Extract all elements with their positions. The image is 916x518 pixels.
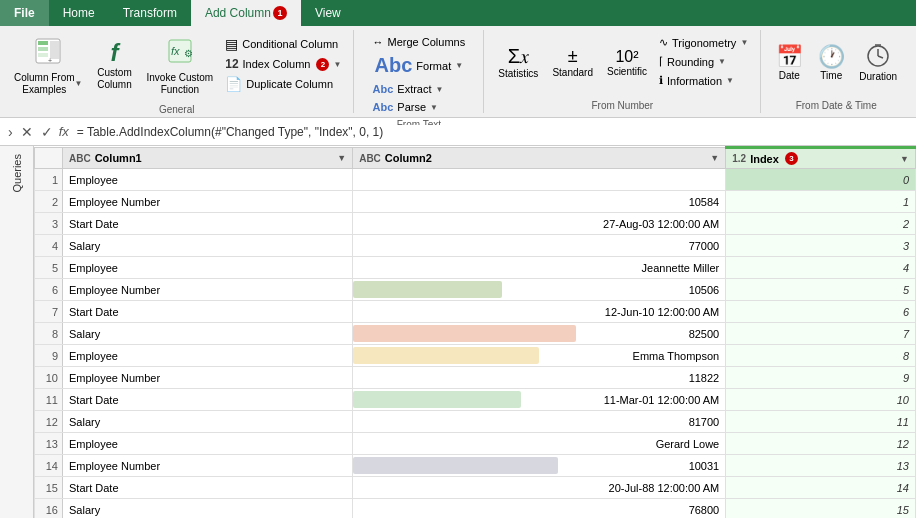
col2-cell: Gerard Lowe bbox=[353, 433, 726, 455]
format-icon: Abc bbox=[375, 54, 413, 77]
index-cell: 13 bbox=[726, 455, 916, 477]
col1-cell: Salary bbox=[63, 499, 353, 519]
table-row: 7Start Date12-Jun-10 12:00:00 AM6 bbox=[35, 301, 916, 323]
tab-transform[interactable]: Transform bbox=[109, 0, 191, 26]
index-col-header[interactable]: 1.2 Index 3 ▼ bbox=[726, 148, 916, 169]
col1-cell: Employee Number bbox=[63, 191, 353, 213]
tab-home[interactable]: Home bbox=[49, 0, 109, 26]
index-column-button[interactable]: 12 Index Column 2 ▼ bbox=[221, 55, 345, 73]
table-row: 15Start Date20-Jul-88 12:00:00 AM14 bbox=[35, 477, 916, 499]
index-cell: 7 bbox=[726, 323, 916, 345]
invoke-icon: fx ⚙ bbox=[166, 37, 194, 70]
main-area: Queries ABC Column1 ▼ ABC bbox=[0, 146, 916, 518]
invoke-custom-function-button[interactable]: fx ⚙ Invoke CustomFunction bbox=[141, 32, 220, 100]
ribbon-group-general: + Column From Examples ▼ f Custom Column bbox=[0, 30, 354, 113]
index-cell: 5 bbox=[726, 279, 916, 301]
conditional-column-button[interactable]: ▤ Conditional Column bbox=[221, 34, 345, 54]
custom-column-button[interactable]: f Custom Column bbox=[91, 32, 139, 100]
tab-file[interactable]: File bbox=[0, 0, 49, 26]
time-label: Time bbox=[820, 70, 842, 81]
col2-cell: Emma Thompson bbox=[353, 345, 726, 367]
row-number-cell: 14 bbox=[35, 455, 63, 477]
col1-cell: Employee bbox=[63, 169, 353, 191]
index-cell: 11 bbox=[726, 411, 916, 433]
rounding-label: Rounding bbox=[667, 56, 714, 68]
format-arrow: ▼ bbox=[455, 61, 463, 70]
col2-type-icon: ABC bbox=[359, 153, 381, 164]
row-number-cell: 10 bbox=[35, 367, 63, 389]
column-examples-icon: + bbox=[34, 37, 62, 70]
extract-arrow: ▼ bbox=[436, 85, 444, 94]
trig-icon: ∿ bbox=[659, 36, 668, 49]
data-grid[interactable]: ABC Column1 ▼ ABC Column2 ▼ bbox=[34, 146, 916, 518]
ribbon-tabs: File Home Transform Add Column 1 View bbox=[0, 0, 916, 26]
index-cell: 9 bbox=[726, 367, 916, 389]
info-icon: ℹ bbox=[659, 74, 663, 87]
index-cell: 2 bbox=[726, 213, 916, 235]
trig-label: Trigonometry bbox=[672, 37, 736, 49]
duration-button[interactable]: Duration bbox=[853, 32, 903, 92]
rounding-button[interactable]: ⌈ Rounding ▼ bbox=[655, 53, 752, 70]
ribbon-group-from-number: Σ𝑥 Statistics ± Standard 10² Scientific … bbox=[484, 30, 761, 113]
from-text-buttons: ↔ Merge Columns Abc Format ▼ Abc Extract… bbox=[369, 32, 470, 115]
col1-cell: Employee Number bbox=[63, 455, 353, 477]
column-from-examples-label: Column From Examples ▼ bbox=[14, 72, 83, 96]
from-date-group-label: From Date & Time bbox=[796, 96, 877, 111]
row-number-cell: 7 bbox=[35, 301, 63, 323]
row-number-cell: 6 bbox=[35, 279, 63, 301]
col1-dropdown[interactable]: ▼ bbox=[337, 153, 346, 163]
duplicate-column-button[interactable]: 📄 Duplicate Column bbox=[221, 74, 345, 94]
standard-label: Standard bbox=[552, 67, 593, 78]
col1-cell: Employee bbox=[63, 257, 353, 279]
index-cell: 1 bbox=[726, 191, 916, 213]
duplicate-column-icon: 📄 bbox=[225, 76, 242, 92]
trigonometry-button[interactable]: ∿ Trigonometry ▼ bbox=[655, 34, 752, 51]
trig-arrow: ▼ bbox=[740, 38, 748, 47]
merge-columns-button[interactable]: ↔ Merge Columns bbox=[369, 34, 470, 50]
formula-input[interactable] bbox=[77, 125, 910, 139]
standard-button[interactable]: ± Standard bbox=[546, 32, 599, 92]
scientific-button[interactable]: 10² Scientific bbox=[601, 32, 653, 92]
data-table: ABC Column1 ▼ ABC Column2 ▼ bbox=[34, 146, 916, 518]
rounding-arrow: ▼ bbox=[718, 57, 726, 66]
date-icon: 📅 bbox=[776, 44, 803, 70]
parse-button[interactable]: Abc Parse ▼ bbox=[369, 99, 470, 115]
table-row: 9EmployeeEmma Thompson8 bbox=[35, 345, 916, 367]
add-column-badge: 1 bbox=[273, 6, 287, 20]
extract-button[interactable]: Abc Extract ▼ bbox=[369, 81, 470, 97]
format-button[interactable]: Abc Format ▼ bbox=[369, 52, 470, 79]
tab-view[interactable]: View bbox=[301, 0, 355, 26]
time-button[interactable]: 🕐 Time bbox=[811, 32, 851, 92]
merge-icon: ↔ bbox=[373, 36, 384, 48]
column-from-examples-button[interactable]: + Column From Examples ▼ bbox=[8, 32, 89, 100]
formula-confirm-btn[interactable]: ✓ bbox=[39, 124, 55, 140]
from-date-buttons: 📅 Date 🕐 Time Duration bbox=[769, 32, 903, 96]
col2-cell: 20-Jul-88 12:00:00 AM bbox=[353, 477, 726, 499]
row-number-cell: 16 bbox=[35, 499, 63, 519]
from-number-buttons: Σ𝑥 Statistics ± Standard 10² Scientific … bbox=[492, 32, 752, 96]
standard-icon: ± bbox=[568, 46, 578, 67]
col1-cell: Salary bbox=[63, 235, 353, 257]
col1-header[interactable]: ABC Column1 ▼ bbox=[63, 148, 353, 169]
custom-column-icon: f bbox=[111, 41, 119, 65]
col2-header[interactable]: ABC Column2 ▼ bbox=[353, 148, 726, 169]
col2-cell bbox=[353, 169, 726, 191]
row-number-cell: 12 bbox=[35, 411, 63, 433]
index-dropdown[interactable]: ▼ bbox=[900, 154, 909, 164]
index-header-label: Index bbox=[750, 153, 779, 165]
statistics-button[interactable]: Σ𝑥 Statistics bbox=[492, 32, 544, 92]
index-column-arrow: ▼ bbox=[333, 60, 341, 69]
merge-columns-label: Merge Columns bbox=[388, 36, 466, 48]
formula-expand-btn[interactable]: › bbox=[6, 124, 15, 140]
tab-add-column[interactable]: Add Column 1 bbox=[191, 0, 301, 26]
index-cell: 10 bbox=[726, 389, 916, 411]
col2-dropdown[interactable]: ▼ bbox=[710, 153, 719, 163]
table-row: 1Employee0 bbox=[35, 169, 916, 191]
date-button[interactable]: 📅 Date bbox=[769, 32, 809, 92]
formula-cancel-btn[interactable]: ✕ bbox=[19, 124, 35, 140]
information-button[interactable]: ℹ Information ▼ bbox=[655, 72, 752, 89]
row-number-cell: 4 bbox=[35, 235, 63, 257]
tab-home-label: Home bbox=[63, 6, 95, 20]
statistics-label: Statistics bbox=[498, 68, 538, 79]
col1-header-label: Column1 bbox=[95, 152, 142, 164]
